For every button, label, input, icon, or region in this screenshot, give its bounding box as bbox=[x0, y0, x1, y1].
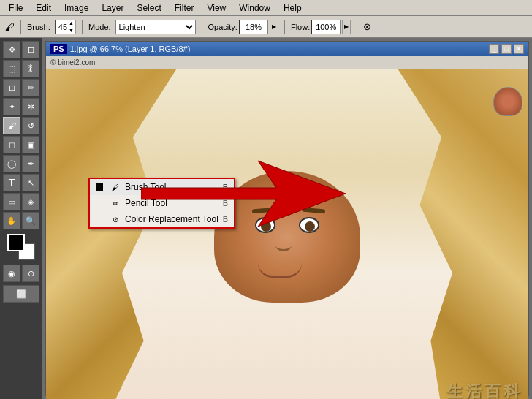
eraser-icon: ◻ bbox=[9, 140, 15, 150]
brush-size-down[interactable]: ▼ bbox=[69, 27, 74, 34]
quick-mask-icon: ⊙ bbox=[28, 269, 34, 278]
face-eyebrow-right bbox=[302, 207, 325, 213]
move-icon: ✥ bbox=[9, 45, 15, 55]
tool-brush[interactable]: 🖌 bbox=[3, 117, 20, 134]
document-window: PS 1.jpg @ 66.7% (Layer 1, RGB/8#) _ □ ✕… bbox=[45, 41, 529, 396]
opacity-input[interactable]: 18% bbox=[239, 20, 268, 34]
rectangle-icon: ▭ bbox=[8, 197, 15, 207]
brush-tool-icon-menu: 🖌 bbox=[110, 182, 121, 192]
tool-eyedropper[interactable]: ✏ bbox=[22, 79, 39, 96]
pencil-icon: ✏ bbox=[110, 198, 121, 208]
tool-magic-wand[interactable]: ⁑ bbox=[22, 60, 39, 77]
brush-tool-label: Brush Tool bbox=[125, 182, 166, 192]
brush-size-arrows[interactable]: ▲ ▼ bbox=[69, 20, 74, 34]
tool-crop[interactable]: ⊞ bbox=[3, 79, 20, 96]
tool-marquee[interactable]: ⬚ bbox=[3, 60, 20, 77]
menu-select[interactable]: Select bbox=[131, 1, 167, 15]
document-content: 生活百科 www.bimeiz.com 🖌 Brush Tool B bbox=[46, 69, 528, 399]
menu-window[interactable]: Window bbox=[233, 1, 276, 15]
spot-heal-icon: ✦ bbox=[9, 102, 15, 112]
color-replacement-option[interactable]: ⊘ Color Replacement Tool B bbox=[90, 211, 234, 227]
pencil-tool-label: Pencil Tool bbox=[125, 198, 167, 208]
avatar bbox=[493, 87, 522, 116]
toolbar-separator-1 bbox=[20, 20, 21, 34]
tool-row-2: ⬚ ⁑ bbox=[3, 60, 39, 77]
clone-icon: ✲ bbox=[28, 102, 34, 112]
color-boxes bbox=[7, 234, 35, 260]
tool-pen[interactable]: ✒ bbox=[22, 155, 39, 172]
color-replacement-indicator bbox=[96, 216, 103, 223]
menu-filter[interactable]: Filter bbox=[169, 1, 200, 15]
menu-image[interactable]: Image bbox=[58, 1, 94, 15]
opacity-arrow[interactable]: ▶ bbox=[270, 20, 278, 34]
tool-dodge[interactable]: ◯ bbox=[3, 155, 20, 172]
tool-rectangle[interactable]: ▭ bbox=[3, 193, 20, 210]
airbrush-icon[interactable]: ⊗ bbox=[363, 21, 371, 32]
doc-close-btn[interactable]: ✕ bbox=[514, 44, 524, 54]
mode-select[interactable]: Lighten bbox=[115, 20, 196, 34]
brush-tool-option[interactable]: 🖌 Brush Tool B bbox=[90, 179, 234, 195]
tool-screen-mode[interactable]: ⬜ bbox=[3, 285, 39, 303]
face-eye-right bbox=[299, 217, 319, 233]
menu-view[interactable]: View bbox=[201, 1, 232, 15]
tool-clone[interactable]: ✲ bbox=[22, 98, 39, 115]
menu-bar: File Edit Image Layer Select Filter View… bbox=[0, 0, 532, 16]
tool-eraser[interactable]: ◻ bbox=[3, 136, 20, 153]
tool-row-5: 🖌 ↺ bbox=[3, 117, 39, 134]
doc-copyright: © bimei2.com bbox=[50, 58, 95, 66]
eyedropper-icon: ✏ bbox=[28, 83, 34, 93]
menu-help[interactable]: Help bbox=[278, 1, 308, 15]
brush-label: Brush: bbox=[27, 23, 50, 31]
tool-history-brush[interactable]: ↺ bbox=[22, 117, 39, 134]
tool-text[interactable]: T bbox=[3, 174, 20, 191]
brush-context-menu: 🖌 Brush Tool B ✏ Pencil Tool B ⊘ Color R… bbox=[88, 178, 235, 229]
color-replacement-icon: ⊘ bbox=[110, 214, 121, 224]
tool-move[interactable]: ✥ bbox=[3, 41, 20, 58]
tool-gradient[interactable]: ▣ bbox=[22, 136, 39, 153]
color-replacement-shortcut: B bbox=[223, 215, 228, 224]
zoom-icon: 🔍 bbox=[26, 216, 36, 226]
tool-row-10: ✋ 🔍 bbox=[3, 212, 39, 229]
photo-background: 生活百科 www.bimeiz.com bbox=[46, 69, 528, 399]
screen-mode-icon: ⬜ bbox=[16, 289, 26, 299]
toolbar: 🖌 Brush: 45 ▲ ▼ Mode: Lighten Opacity: 1… bbox=[0, 16, 532, 38]
tool-row-modes: ◉ ⊙ bbox=[3, 265, 39, 282]
face-nose bbox=[276, 240, 292, 251]
foreground-color-swatch[interactable] bbox=[7, 234, 25, 251]
document-title: 1.jpg @ 66.7% (Layer 1, RGB/8#) bbox=[70, 45, 191, 53]
face-eyebrow-left bbox=[252, 207, 276, 213]
brush-size-control[interactable]: 45 ▲ ▼ bbox=[55, 20, 76, 34]
tool-row-7: ◯ ✒ bbox=[3, 155, 39, 172]
tool-quick-mask[interactable]: ⊙ bbox=[22, 265, 39, 282]
tool-row-8: T ↖ bbox=[3, 174, 39, 191]
flow-arrow[interactable]: ▶ bbox=[342, 20, 351, 34]
pencil-tool-shortcut: B bbox=[223, 199, 228, 208]
crop-icon: ⊞ bbox=[9, 83, 15, 93]
doc-maximize-btn[interactable]: □ bbox=[501, 44, 512, 54]
menu-edit[interactable]: Edit bbox=[30, 1, 57, 15]
3d-icon: ◈ bbox=[28, 197, 34, 207]
tool-3d[interactable]: ◈ bbox=[22, 193, 39, 210]
tool-hand[interactable]: ✋ bbox=[3, 212, 20, 229]
face-mouth bbox=[258, 263, 302, 278]
tool-lasso[interactable]: ⊡ bbox=[22, 41, 39, 58]
opacity-group: Opacity: 18% ▶ bbox=[208, 20, 278, 34]
tool-path-select[interactable]: ↖ bbox=[22, 174, 39, 191]
tool-row-4: ✦ ✲ bbox=[3, 98, 39, 115]
tool-row-3: ⊞ ✏ bbox=[3, 79, 39, 96]
marquee-icon: ⬚ bbox=[8, 64, 15, 74]
opacity-label: Opacity: bbox=[208, 23, 238, 31]
brush-icon-sidebar: 🖌 bbox=[8, 121, 16, 130]
menu-layer[interactable]: Layer bbox=[96, 1, 129, 15]
canvas-area: PS 1.jpg @ 66.7% (Layer 1, RGB/8#) _ □ ✕… bbox=[42, 38, 532, 399]
menu-file[interactable]: File bbox=[3, 1, 28, 15]
flow-input[interactable]: 100% bbox=[311, 20, 341, 34]
brush-size-up[interactable]: ▲ bbox=[69, 20, 74, 27]
tool-standard-mode[interactable]: ◉ bbox=[3, 265, 20, 282]
pencil-tool-option[interactable]: ✏ Pencil Tool B bbox=[90, 195, 234, 211]
tool-zoom[interactable]: 🔍 bbox=[22, 212, 39, 229]
tool-spot-heal[interactable]: ✦ bbox=[3, 98, 20, 115]
doc-minimize-btn[interactable]: _ bbox=[489, 44, 499, 54]
doc-subtitle: © bimei2.com bbox=[46, 56, 528, 69]
toolbar-separator-3 bbox=[202, 20, 202, 34]
